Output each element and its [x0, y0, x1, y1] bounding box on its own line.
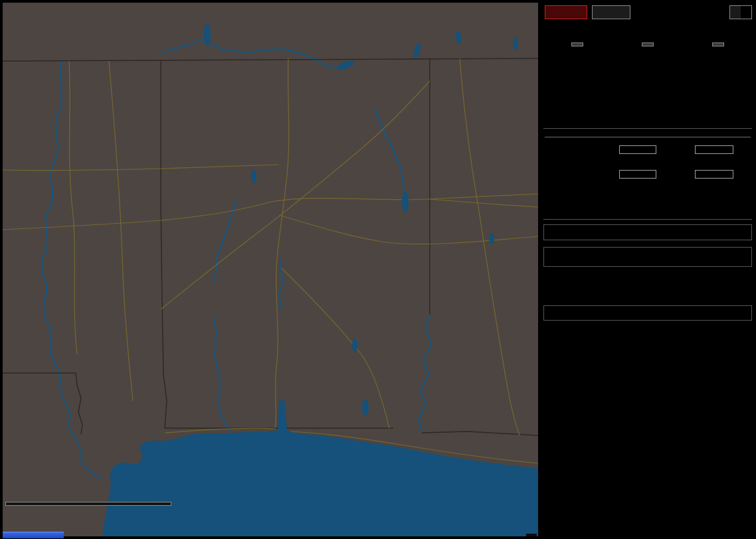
background-window-sliver[interactable] — [3, 532, 64, 538]
cloud-ground-row — [545, 145, 751, 154]
map-area — [3, 3, 538, 536]
rate-stats — [542, 37, 753, 53]
cg-positive-gauge — [619, 145, 656, 154]
bearing-label — [730, 6, 741, 19]
radar-map[interactable] — [3, 3, 538, 536]
trend-graph-header — [547, 344, 573, 353]
status-box — [543, 305, 752, 321]
trend-graph-chart — [543, 362, 743, 519]
close-per-min-column — [614, 37, 681, 53]
ic-positive-gauge — [619, 170, 656, 179]
bearing-display — [729, 5, 752, 19]
clock-box — [543, 224, 752, 240]
noise-indicator-button[interactable] — [592, 5, 630, 19]
map-legend — [5, 502, 171, 506]
divider — [543, 128, 752, 129]
distribution-title — [545, 134, 751, 137]
strikes-per-min-label — [571, 42, 583, 46]
ic-negative-gauge — [695, 170, 733, 179]
lightning-type-distribution — [545, 134, 751, 187]
bearing-distance — [741, 11, 751, 13]
noises-per-min-label — [712, 42, 724, 46]
strikes-per-min-column — [544, 37, 611, 53]
intracloud-row — [545, 170, 751, 179]
noises-per-min-column — [685, 37, 751, 53]
strike-indicator-button[interactable] — [545, 5, 587, 19]
settings-box — [543, 247, 752, 267]
indicator-row — [545, 4, 752, 20]
close-per-min-label — [642, 42, 654, 46]
control-panel — [542, 0, 753, 539]
divider — [543, 219, 752, 220]
copyright-text — [526, 534, 537, 536]
cg-negative-gauge — [695, 145, 733, 154]
